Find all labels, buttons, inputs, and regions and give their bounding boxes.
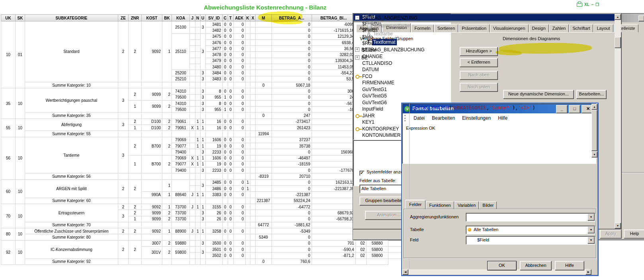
table-cell[interactable] <box>142 82 162 88</box>
table-cell[interactable]: 9099 <box>142 216 162 222</box>
table-cell[interactable] <box>195 58 200 64</box>
table-cell[interactable]: X <box>190 125 195 131</box>
table-cell[interactable]: 1 <box>200 125 205 131</box>
table-cell[interactable] <box>200 131 205 137</box>
table-cell[interactable] <box>312 198 355 204</box>
table-cell[interactable] <box>256 253 271 259</box>
table-cell[interactable] <box>250 234 256 240</box>
table-cell[interactable]: 0 <box>233 33 245 39</box>
table-cell[interactable] <box>205 222 222 228</box>
table-cell[interactable] <box>250 70 256 76</box>
table-cell[interactable]: 0 <box>271 100 312 106</box>
new-dynamic-dimension-button[interactable]: Neue dynamische Dimension... <box>503 90 574 99</box>
table-cell[interactable] <box>250 222 256 228</box>
table-cell[interactable]: 19 <box>205 161 222 167</box>
table-cell[interactable]: -221387,39 <box>312 186 355 192</box>
table-cell[interactable] <box>250 210 256 216</box>
table-cell[interactable] <box>250 240 256 246</box>
table-cell[interactable]: 0 <box>271 167 312 173</box>
table-cell[interactable] <box>205 198 222 204</box>
table-cell[interactable] <box>250 88 256 94</box>
table-cell[interactable]: 247 <box>271 113 312 119</box>
table-cell[interactable] <box>250 192 256 198</box>
table-cell[interactable]: 0 <box>233 253 245 259</box>
minimize-icon[interactable]: – <box>591 3 594 7</box>
table-cell[interactable] <box>190 88 195 94</box>
table-cell[interactable]: 8 <box>205 100 222 106</box>
table-cell[interactable] <box>250 21 256 27</box>
menu-item-datei[interactable]: Datei <box>410 115 428 122</box>
column-header[interactable]: C <box>222 15 228 21</box>
table-cell[interactable]: 02 <box>355 246 366 252</box>
table-cell[interactable]: 0 <box>228 179 233 185</box>
tab-variablen[interactable]: Variablen <box>455 201 479 209</box>
table-cell[interactable]: Öffentliche Zuschüsse und Steuerprämien <box>25 228 118 234</box>
table-cell[interactable] <box>256 204 271 210</box>
table-cell[interactable] <box>250 125 256 131</box>
table-cell[interactable] <box>250 186 256 192</box>
table-cell[interactable]: 0 <box>233 143 245 149</box>
table-cell[interactable] <box>245 240 250 246</box>
table-cell[interactable]: 0 <box>233 52 245 58</box>
table-cell[interactable]: 0 <box>233 192 245 198</box>
table-cell[interactable] <box>142 179 162 192</box>
table-cell[interactable] <box>271 131 312 137</box>
table-cell[interactable] <box>245 88 250 94</box>
table-cell[interactable] <box>222 131 228 137</box>
table-cell[interactable]: 0 <box>222 39 228 45</box>
column-header[interactable]: J <box>190 15 195 21</box>
table-cell[interactable] <box>195 186 200 192</box>
table-cell[interactable]: 3480 <box>205 64 222 70</box>
table-cell[interactable]: 0 <box>233 228 245 234</box>
table-cell[interactable] <box>190 119 195 124</box>
table-cell[interactable] <box>190 240 195 246</box>
table-cell[interactable]: 0 <box>228 88 233 94</box>
table-cell[interactable] <box>245 52 250 58</box>
table-cell[interactable] <box>118 173 129 179</box>
column-header[interactable]: N <box>195 15 200 21</box>
table-cell[interactable] <box>190 39 195 45</box>
table-cell[interactable]: 10 <box>16 204 25 228</box>
table-cell[interactable]: 10 <box>16 137 25 179</box>
table-cell[interactable] <box>245 70 250 76</box>
table-cell[interactable]: 1 <box>129 216 142 222</box>
table-cell[interactable]: 1606 <box>205 137 222 143</box>
table-cell[interactable]: -177670 <box>312 167 355 173</box>
table-cell[interactable]: Abfertigung <box>25 119 118 131</box>
table-cell[interactable] <box>256 100 271 106</box>
edit-dimension-button[interactable]: Bearbeiten... <box>576 90 607 99</box>
table-cell[interactable] <box>245 131 250 137</box>
table-cell[interactable]: 3 <box>118 137 129 173</box>
table-cell[interactable] <box>250 167 256 173</box>
table-cell[interactable]: 0 <box>228 76 233 82</box>
column-header[interactable]: ZNR <box>129 15 142 21</box>
table-cell[interactable] <box>162 198 172 204</box>
table-cell[interactable] <box>190 64 195 70</box>
table-cell[interactable]: 0 <box>222 204 228 210</box>
table-cell[interactable] <box>250 27 256 33</box>
table-cell[interactable] <box>162 113 172 119</box>
table-cell[interactable] <box>190 21 195 27</box>
table-cell[interactable]: 5067,18 <box>271 82 312 88</box>
table-cell[interactable]: 1 <box>129 125 142 131</box>
table-cell[interactable] <box>228 131 233 137</box>
table-cell[interactable] <box>250 100 256 106</box>
table-cell[interactable] <box>195 39 200 45</box>
table-cell[interactable]: 2 <box>162 210 172 216</box>
table-cell[interactable]: D100 <box>142 125 162 131</box>
table-cell[interactable]: 0 <box>233 179 245 185</box>
table-cell[interactable]: 3 <box>200 216 205 222</box>
table-cell[interactable]: 1 <box>195 161 200 167</box>
table-cell[interactable] <box>245 246 250 252</box>
table-cell[interactable] <box>245 167 250 173</box>
table-cell[interactable]: 0 <box>233 64 245 70</box>
table-cell[interactable] <box>245 21 250 27</box>
table-cell[interactable]: 0 <box>228 21 233 27</box>
table-cell[interactable] <box>256 88 271 94</box>
table-cell[interactable] <box>172 179 190 192</box>
table-cell[interactable] <box>129 259 142 264</box>
table-cell[interactable] <box>200 113 205 119</box>
table-cell[interactable]: 01 <box>16 21 25 88</box>
table-cell[interactable] <box>245 173 250 179</box>
table-cell[interactable] <box>190 70 195 76</box>
